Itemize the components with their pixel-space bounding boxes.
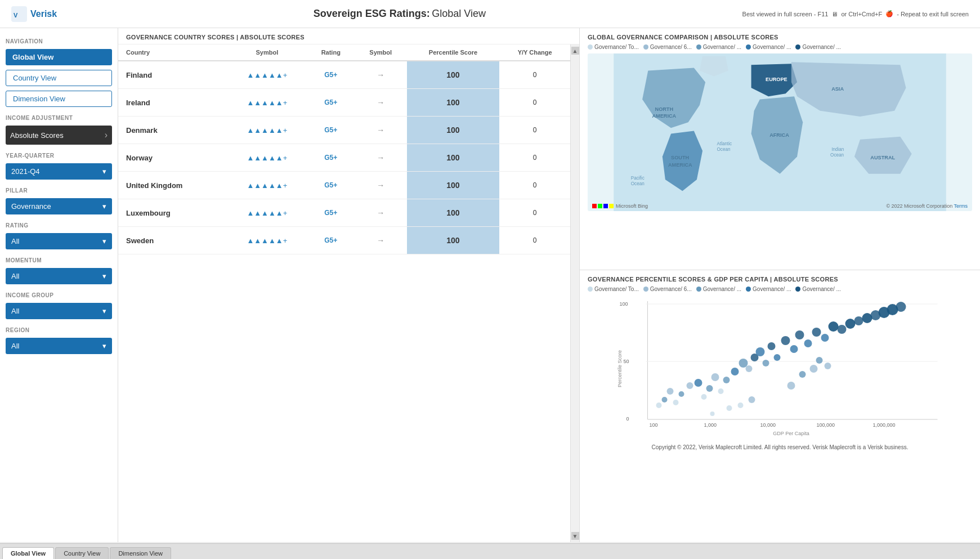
rating-label: RATING [6,222,112,229]
svg-point-35 [679,391,684,397]
verisk-logo-icon: V [11,6,27,22]
cell-country: Luxembourg [118,199,227,227]
country-view-button[interactable]: Country View [6,70,112,86]
header: V Verisk Sovereign ESG Ratings: Global V… [0,0,980,28]
cell-yoy: 0 [499,144,570,172]
svg-point-37 [695,379,702,387]
table-row[interactable]: Ireland ▲▲▲▲▲+ G5+ → 100 0 [118,89,570,117]
cell-percentile: 100 [407,61,500,89]
tab-country-view[interactable]: Country View [55,547,109,559]
table-scrollbar[interactable]: ▲ ▼ [570,44,579,542]
legend-item: Governance/ ... [795,44,840,50]
svg-text:Atlantic: Atlantic [717,141,732,146]
cell-arrow: → [355,61,407,89]
tab-dimension-view[interactable]: Dimension View [110,547,171,559]
svg-point-58 [838,325,847,334]
svg-text:V: V [14,12,18,19]
scatter-copyright: Copyright © 2022, Verisk Maplecroft Limi… [588,444,972,450]
dimension-view-button[interactable]: Dimension View [6,91,112,107]
svg-point-70 [787,382,795,390]
table-panel: GOVERNANCE COUNTRY SCORES | ABSOLUTE SCO… [118,28,580,542]
legend-item: Governance/ ... [696,44,741,50]
cell-arrow: → [355,227,407,254]
svg-text:SOUTH: SOUTH [671,155,689,160]
cell-percentile: 100 [407,117,500,144]
col-symbol2: Symbol [355,44,407,61]
svg-text:GDP Per Capita: GDP Per Capita [773,431,809,436]
cell-symbol: ▲▲▲▲▲+ [227,227,307,254]
legend-item: Governance/ 6... [643,44,692,50]
right-panel: GLOBAL GOVERNANCE COMPARISON | ABSOLUTE … [580,28,980,542]
table-wrapper[interactable]: Country Symbol Rating Symbol Percentile … [118,44,570,542]
legend-item: Governance/ To... [588,286,639,292]
page-title: Sovereign ESG Ratings: Global View [314,8,486,20]
table-row[interactable]: United Kingdom ▲▲▲▲▲+ G5+ → 100 0 [118,172,570,199]
svg-text:AFRICA: AFRICA [769,132,789,138]
svg-point-41 [718,388,724,394]
table-row[interactable]: Denmark ▲▲▲▲▲+ G5+ → 100 0 [118,117,570,144]
svg-text:Indian: Indian [831,147,844,152]
table-row[interactable]: Luxembourg ▲▲▲▲▲+ G5+ → 100 0 [118,199,570,227]
cell-arrow: → [355,117,407,144]
cell-country: Denmark [118,117,227,144]
svg-text:Ocean: Ocean [830,153,844,158]
cell-symbol: ▲▲▲▲▲+ [227,117,307,144]
svg-point-44 [739,359,748,368]
svg-point-34 [673,400,679,405]
cell-rating: G5+ [307,144,355,172]
svg-point-66 [727,405,732,411]
scatter-title: GOVERNANCE PERCENTILE SCORES & GDP PER C… [588,276,972,283]
year-quarter-dropdown[interactable]: 2021-Q4 ▾ [6,163,112,180]
chevron-down-icon: ▾ [102,272,106,280]
svg-text:Percentile Score: Percentile Score [617,350,623,387]
svg-point-54 [804,339,812,347]
global-view-button[interactable]: Global View [6,49,112,65]
svg-point-55 [812,328,821,337]
cell-arrow: → [355,144,407,172]
svg-text:Ocean: Ocean [717,147,731,152]
svg-text:100,000: 100,000 [817,422,835,428]
momentum-label: MOMENTUM [6,257,112,263]
cell-country: Finland [118,61,227,89]
scatter-chart: 100 50 0 Percentile Score 100 1,000 10,0… [588,296,972,442]
svg-point-65 [896,302,906,312]
terms-link[interactable]: Terms [954,203,968,209]
svg-text:50: 50 [624,359,629,364]
table-row[interactable]: Sweden ▲▲▲▲▲+ G5+ → 100 0 [118,227,570,254]
income-group-dropdown[interactable]: All ▾ [6,303,112,319]
region-label: REGION [6,327,112,333]
svg-point-32 [662,397,668,403]
col-yoy: Y/Y Change [499,44,570,61]
svg-text:ASIA: ASIA [831,86,844,92]
header-fullscreen-hint: Best viewed in full screen - F11 🖥 or Ct… [742,10,969,17]
region-dropdown[interactable]: All ▾ [6,338,112,354]
table-row[interactable]: Finland ▲▲▲▲▲+ G5+ → 100 0 [118,61,570,89]
pillar-label: PILLAR [6,187,112,194]
svg-text:100: 100 [620,301,628,307]
map-copyright: © 2022 Microsoft Corporation Terms [886,203,968,209]
pillar-dropdown[interactable]: Governance ▾ [6,198,112,214]
svg-point-31 [656,403,662,408]
table-row[interactable]: Norway ▲▲▲▲▲+ G5+ → 100 0 [118,144,570,172]
svg-point-45 [746,365,753,372]
momentum-dropdown[interactable]: All ▾ [6,268,112,284]
svg-text:AMERICA: AMERICA [668,162,692,168]
rating-dropdown[interactable]: All ▾ [6,233,112,249]
cell-yoy: 0 [499,61,570,89]
chevron-down-icon: ▾ [102,342,106,350]
svg-point-47 [756,347,765,356]
income-adjustment-btn[interactable]: Absolute Scores › [6,126,112,145]
svg-point-52 [790,345,798,353]
svg-point-68 [749,396,755,403]
svg-point-53 [795,330,804,339]
table-title: GOVERNANCE COUNTRY SCORES | ABSOLUTE SCO… [118,28,579,44]
legend-item: Governance/ ... [746,286,791,292]
chevron-down-icon: ▾ [102,167,106,176]
svg-text:EUROPE: EUROPE [766,77,787,82]
income-group-label: INCOME GROUP [6,292,112,298]
svg-text:100: 100 [650,422,658,428]
scroll-up-btn[interactable]: ▲ [571,47,579,55]
cell-symbol: ▲▲▲▲▲+ [227,199,307,227]
scroll-down-btn[interactable]: ▼ [571,532,579,540]
tab-global-view[interactable]: Global View [2,547,54,559]
